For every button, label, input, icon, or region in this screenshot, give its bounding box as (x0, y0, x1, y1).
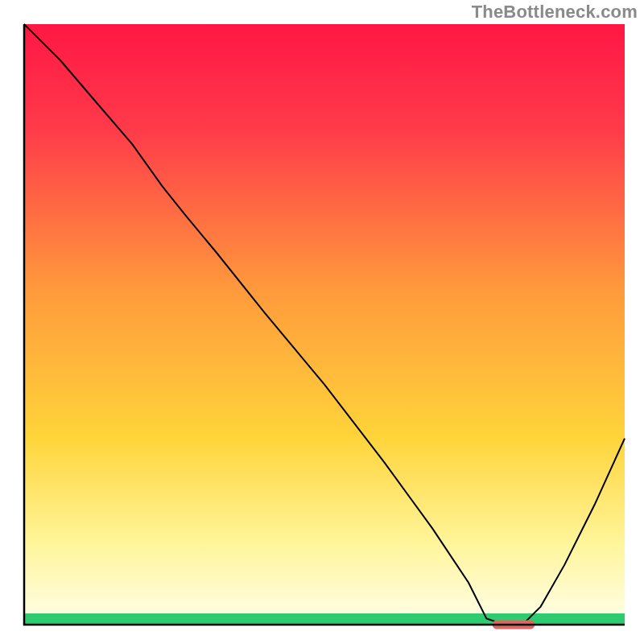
chart-container: TheBottleneck.com (0, 0, 644, 644)
green-band (24, 613, 625, 625)
plot-area (24, 24, 625, 613)
chart-svg (0, 0, 644, 644)
